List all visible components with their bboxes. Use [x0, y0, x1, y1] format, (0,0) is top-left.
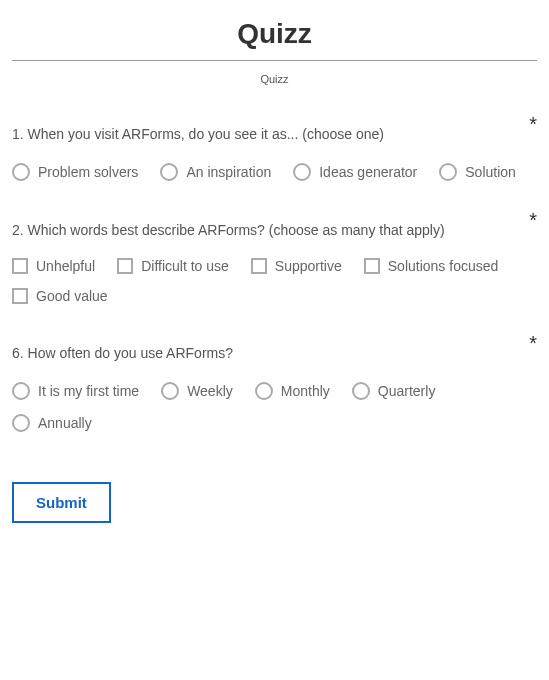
checkbox-option[interactable]: Unhelpful — [12, 258, 95, 274]
radio-icon — [12, 163, 30, 181]
required-marker: * — [529, 113, 537, 136]
checkbox-icon — [12, 288, 28, 304]
options-group: Unhelpful Difficult to use Supportive So… — [12, 258, 537, 304]
option-label: An inspiration — [186, 164, 271, 180]
option-label: Quarterly — [378, 383, 436, 399]
checkbox-icon — [251, 258, 267, 274]
submit-button[interactable]: Submit — [12, 482, 111, 523]
option-label: Good value — [36, 288, 108, 304]
radio-icon — [12, 382, 30, 400]
radio-icon — [161, 382, 179, 400]
radio-option[interactable]: Monthly — [255, 382, 330, 400]
option-label: Unhelpful — [36, 258, 95, 274]
question-text: 6. How often do you use ARForms? — [12, 344, 537, 364]
option-label: Solutions focused — [388, 258, 499, 274]
checkbox-option[interactable]: Good value — [12, 288, 108, 304]
title-divider — [12, 60, 537, 61]
radio-option[interactable]: Problem solvers — [12, 163, 138, 181]
radio-icon — [439, 163, 457, 181]
question-text: 1. When you visit ARForms, do you see it… — [12, 125, 537, 145]
radio-icon — [352, 382, 370, 400]
option-label: Annually — [38, 415, 92, 431]
radio-option[interactable]: Weekly — [161, 382, 233, 400]
checkbox-option[interactable]: Solutions focused — [364, 258, 499, 274]
radio-icon — [255, 382, 273, 400]
checkbox-icon — [364, 258, 380, 274]
radio-icon — [160, 163, 178, 181]
radio-icon — [12, 414, 30, 432]
option-label: Difficult to use — [141, 258, 229, 274]
form-subtitle: Quizz — [12, 73, 537, 85]
checkbox-option[interactable]: Difficult to use — [117, 258, 229, 274]
checkbox-icon — [117, 258, 133, 274]
required-marker: * — [529, 332, 537, 355]
option-label: Monthly — [281, 383, 330, 399]
options-group: It is my first time Weekly Monthly Quart… — [12, 382, 537, 432]
form-title: Quizz — [12, 10, 537, 60]
option-label: Ideas generator — [319, 164, 417, 180]
question-1: * 1. When you visit ARForms, do you see … — [12, 125, 537, 181]
radio-option[interactable]: It is my first time — [12, 382, 139, 400]
radio-icon — [293, 163, 311, 181]
radio-option[interactable]: Annually — [12, 414, 92, 432]
option-label: Supportive — [275, 258, 342, 274]
submit-row: Submit — [12, 482, 537, 523]
options-group: Problem solvers An inspiration Ideas gen… — [12, 163, 537, 181]
checkbox-option[interactable]: Supportive — [251, 258, 342, 274]
radio-option[interactable]: Ideas generator — [293, 163, 417, 181]
question-6: * 6. How often do you use ARForms? It is… — [12, 344, 537, 432]
question-2: * 2. Which words best describe ARForms? … — [12, 221, 537, 305]
radio-option[interactable]: Quarterly — [352, 382, 436, 400]
radio-option[interactable]: Solution — [439, 163, 516, 181]
option-label: Solution — [465, 164, 516, 180]
option-label: Problem solvers — [38, 164, 138, 180]
question-text: 2. Which words best describe ARForms? (c… — [12, 221, 537, 241]
required-marker: * — [529, 209, 537, 232]
option-label: It is my first time — [38, 383, 139, 399]
option-label: Weekly — [187, 383, 233, 399]
radio-option[interactable]: An inspiration — [160, 163, 271, 181]
checkbox-icon — [12, 258, 28, 274]
